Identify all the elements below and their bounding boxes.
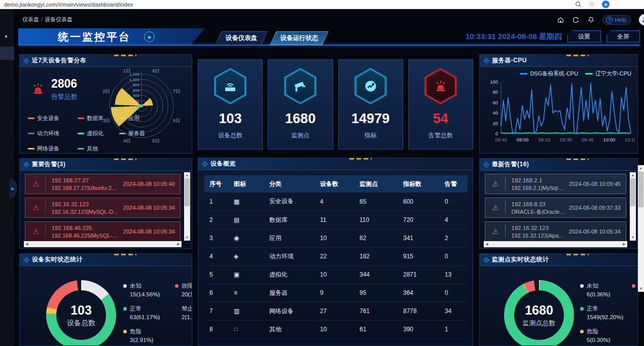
- scroll-down-icon[interactable]: ▼: [630, 235, 636, 241]
- scrollbar-thumb[interactable]: [638, 172, 643, 207]
- legend-item[interactable]: DSG备份系统-CPU: [520, 70, 578, 78]
- datetime-display: 10:33:31 2024-08-08 星期四: [466, 32, 562, 42]
- svg-text:0: 0: [495, 131, 498, 136]
- warning-icon: ⚠: [492, 204, 499, 211]
- scroll-down-icon[interactable]: ▼: [184, 235, 190, 241]
- scroll-down-icon[interactable]: ▼: [638, 286, 644, 292]
- refresh-icon[interactable]: [572, 16, 580, 24]
- legend-dot: [123, 330, 127, 333]
- legend-value: 15(14.56%): [130, 291, 167, 297]
- scroll-left-icon[interactable]: ◀: [484, 241, 490, 247]
- legend-label: DSG备份系统-CPU: [530, 70, 578, 78]
- scroll-right-icon[interactable]: ▶: [175, 241, 182, 247]
- stat-card[interactable]: 1680监测点: [268, 59, 333, 149]
- point-total-value: 1680: [525, 303, 553, 318]
- legend-dash: [78, 133, 84, 134]
- legend-item[interactable]: 动力环境: [28, 130, 76, 137]
- panel-deco: [114, 254, 136, 255]
- table-row[interactable]: 7▥网络设备27761877834: [204, 302, 468, 320]
- scroll-right-icon[interactable]: ▶: [621, 241, 627, 247]
- panel-title: 设备实时状态统计: [32, 255, 83, 264]
- home-icon[interactable]: [557, 16, 564, 24]
- tab-device-running-status[interactable]: 设备运行状态: [270, 31, 329, 45]
- legend-item[interactable]: 网络设备: [28, 145, 76, 152]
- alert-ip: 192.168.46.225: [52, 224, 120, 232]
- alert-item[interactable]: ⚠192.168.2.1192.168.2.1|MySql连接2024-08-0…: [485, 174, 626, 194]
- tab-label: 设备运行状态: [270, 32, 328, 45]
- legend-label: 危险: [587, 328, 598, 335]
- legend-dash: [520, 73, 527, 74]
- zoom-icon[interactable]: [575, 1, 582, 8]
- stat-card[interactable]: 103设备总数: [198, 59, 263, 149]
- alert-item[interactable]: ⚠192.168.46.225192.168.46.225|MySQL-Dat.…: [25, 221, 181, 242]
- vertical-scrollbar[interactable]: ▲ ▼: [630, 172, 636, 241]
- settings-button[interactable]: 设置: [567, 30, 601, 43]
- fullscreen-button[interactable]: 全屏: [606, 30, 640, 43]
- point-status-donut: 1680 监测点总数: [504, 280, 574, 346]
- alert-item[interactable]: ⚠192.16.32.123192.16.32.123|Apache-Web..…: [485, 221, 626, 242]
- browser-profile-icon[interactable]: ●: [602, 1, 610, 8]
- donut-legend-item: 正常63(61.17%): [123, 305, 167, 320]
- legend-item[interactable]: 安全设备: [28, 114, 76, 122]
- legend-label: 辽宁大学-CPU: [595, 70, 631, 78]
- stat-hexagon: [284, 68, 316, 104]
- alert-text: 192.168.46.225192.168.46.225|MySQL-Dat..…: [52, 224, 120, 239]
- cell-no: 4: [204, 247, 229, 265]
- svg-text:60: 60: [492, 100, 498, 105]
- cell-no: 8: [204, 320, 229, 338]
- cell-devices: 11: [315, 211, 354, 229]
- table-row[interactable]: 8∷其他10613901: [204, 320, 468, 338]
- table-row[interactable]: 5▣虚拟化10344287113: [204, 265, 468, 284]
- alert-item[interactable]: ⚠192.168.8.23ORACLE-备|Oracle DBInfo2024-…: [485, 198, 626, 218]
- user-avatar[interactable]: [639, 14, 644, 25]
- svg-text:1,000: 1,000: [129, 78, 140, 82]
- table-header-row: 序号图标分类设备数监测点指标数告警: [204, 175, 468, 193]
- breadcrumb-root[interactable]: 仪表盘: [22, 16, 39, 22]
- scroll-left-icon[interactable]: ◀: [24, 241, 30, 247]
- table-row[interactable]: 3◉应用10623412: [204, 229, 468, 247]
- cell-no: 3: [204, 229, 229, 247]
- outer-scrollbar[interactable]: ▲ ▼: [638, 165, 644, 292]
- alert-item[interactable]: ⚠192.16.32.123192.16.32.123|MySQL-Data..…: [25, 198, 181, 218]
- horizontal-scrollbar[interactable]: ◀ ▶: [484, 241, 627, 247]
- legend-item[interactable]: 辽宁大学-CPU: [585, 70, 631, 78]
- scroll-up-icon[interactable]: ▲: [630, 172, 636, 178]
- scroll-up-icon[interactable]: ▲: [638, 165, 644, 171]
- legend-label: 未知: [587, 282, 598, 290]
- tab-device-dashboard[interactable]: 设备仪表盘: [215, 31, 268, 45]
- sidebar-expand-handle[interactable]: ▶: [9, 178, 17, 199]
- legend-value: 63(61.17%): [130, 314, 167, 320]
- device-overview-table: 序号图标分类设备数监测点指标数告警 1▦安全设备46560002▤数据库1111…: [204, 175, 468, 339]
- scrollbar-thumb[interactable]: [185, 178, 190, 206]
- legend-value: 3(2.91%): [130, 337, 167, 343]
- stat-value: 103: [219, 111, 242, 127]
- donut-legend-item: 危险5(0.30%): [580, 328, 624, 343]
- bookmark-star-icon[interactable]: ☆: [589, 1, 595, 8]
- address-bar[interactable]: demo.jiankongyi.com/#/main/views/dashboa…: [4, 2, 575, 8]
- camera-icon: [286, 70, 314, 102]
- cell-devices: 9: [315, 284, 354, 302]
- sidebar-active-item[interactable]: [0, 47, 14, 60]
- legend-dot: [175, 307, 178, 311]
- cell-category: 虚拟化: [264, 265, 315, 284]
- scrollbar-thumb[interactable]: [630, 178, 635, 206]
- cell-alarms: 0: [440, 193, 468, 211]
- stat-value: 14979: [351, 111, 389, 127]
- bell-icon[interactable]: [587, 16, 595, 24]
- table-row[interactable]: 4◈动力环境221829150: [204, 247, 468, 265]
- help-button[interactable]: ? Help: [602, 15, 631, 25]
- play-icon[interactable]: ▶: [144, 31, 155, 42]
- svg-text:800: 800: [133, 83, 140, 87]
- table-row[interactable]: 1▦安全设备4656000: [204, 193, 468, 211]
- horizontal-scrollbar[interactable]: ◀ ▶: [24, 241, 182, 247]
- table-row[interactable]: 6≡服务器9953640: [204, 284, 468, 302]
- table-row[interactable]: 2▤数据库111107204: [204, 211, 468, 229]
- stat-card[interactable]: 14979指标: [338, 59, 403, 149]
- scroll-up-icon[interactable]: ▲: [184, 172, 190, 178]
- alert-time: 2024-08-08 10:05:40: [123, 181, 175, 187]
- alert-item[interactable]: ⚠192.168.27.27192.168.27.27|Ubuntu-20.0.…: [25, 174, 181, 194]
- legend-dot: [632, 307, 635, 311]
- vertical-scrollbar[interactable]: ▲ ▼: [184, 172, 190, 241]
- cell-devices: 10: [315, 265, 354, 284]
- stat-card[interactable]: 54告警总数: [408, 59, 473, 149]
